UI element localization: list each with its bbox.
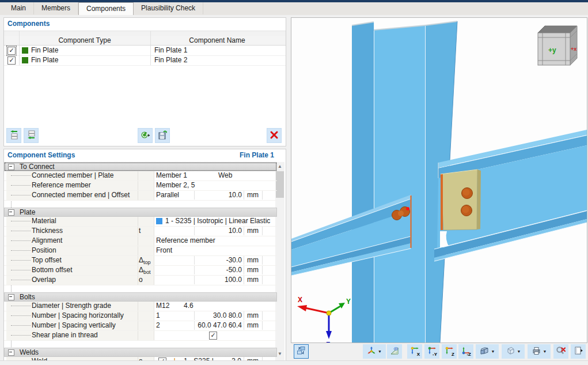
property-value[interactable]: Reference member [156, 236, 215, 245]
navigation-cube[interactable]: +y +x [538, 26, 577, 65]
property-row[interactable]: Shear plane in thread✓ [4, 331, 277, 341]
property-row[interactable]: Number | Spacing vertically260.0 47.0 60… [4, 321, 277, 331]
section-header-welds[interactable]: Welds [4, 348, 277, 357]
property-number[interactable]: 10.0 [194, 191, 242, 200]
tab-plausibility-check[interactable]: Plausibility Check [134, 2, 203, 14]
collapse-toggle-icon[interactable] [8, 209, 14, 216]
property-value-2[interactable]: Web [218, 171, 232, 180]
collapse-toggle-icon[interactable] [8, 294, 14, 300]
view-axis-label: Z [452, 352, 454, 357]
tab-members[interactable]: Members [34, 2, 78, 14]
component-type: Fin Plate [31, 46, 58, 54]
panel-toggle-icon [574, 346, 583, 357]
zoom-cancel-button[interactable] [553, 344, 568, 359]
property-row[interactable]: PositionFront [4, 246, 277, 256]
property-value[interactable]: Front [156, 246, 172, 255]
delete-component-button[interactable] [267, 128, 282, 143]
property-row[interactable]: Material1 - S235 | Isotropic | Linear El… [4, 217, 277, 227]
property-number[interactable]: -30.0 [194, 256, 242, 265]
add-subcomponent-icon [26, 130, 36, 142]
property-value[interactable]: Parallel [156, 191, 179, 200]
display-mode-button[interactable]: ▼ [476, 344, 499, 359]
dropdown-caret-icon[interactable]: ▼ [517, 349, 521, 353]
section-header-to-connect[interactable]: To Connect [4, 162, 277, 171]
cube-face-label-front: +y [548, 46, 556, 54]
property-value[interactable]: Member 2, 5 [156, 181, 195, 190]
component-row[interactable]: ✓Fin PlateFin Plate 1 [4, 46, 286, 56]
tree-stub [11, 231, 31, 231]
column-header-name[interactable]: Component Name [150, 36, 284, 44]
property-value[interactable]: 2 [156, 321, 160, 330]
save-components-icon [157, 130, 168, 142]
wireframe-mode-icon [506, 346, 515, 357]
save-components-button[interactable] [155, 128, 170, 143]
property-value-2[interactable]: 4.6 [184, 302, 194, 310]
property-number[interactable]: 10.0 [194, 227, 242, 235]
dropdown-caret-icon[interactable]: ▼ [378, 349, 382, 353]
add-component-button[interactable] [6, 128, 21, 143]
property-label: Diameter | Strength grade [32, 302, 111, 310]
axis-label-z: Z [326, 341, 330, 343]
section-header-bolts[interactable]: Bolts [4, 292, 277, 302]
view-minus-z-button[interactable]: -Z [458, 344, 473, 359]
column-header-type[interactable]: Component Type [19, 36, 150, 44]
section-gap [4, 285, 277, 292]
collapse-toggle-icon[interactable] [8, 349, 14, 356]
label-background [6, 227, 154, 236]
property-value[interactable]: 1 - S235 | Isotropic | Linear Elastic [165, 217, 270, 225]
wireframe-mode-button[interactable]: ▼ [502, 344, 525, 359]
property-row[interactable]: Thicknesst10.0mm [4, 227, 277, 236]
view-z-button[interactable]: Z [442, 344, 457, 359]
tab-main[interactable]: Main [3, 2, 34, 14]
component-checkbox[interactable]: ✓ [7, 57, 16, 65]
perspective-view-button[interactable] [387, 344, 402, 359]
import-components-button[interactable] [138, 128, 153, 143]
property-number[interactable]: 30.0 80.0 [194, 311, 242, 320]
property-row[interactable]: Connected member end | OffsetParallel10.… [4, 191, 277, 201]
pan-3d-mode-button[interactable] [294, 344, 309, 359]
property-number[interactable]: 100.0 [194, 276, 242, 284]
section-header-plate[interactable]: Plate [4, 208, 277, 217]
delete-component-icon [269, 130, 279, 142]
view-x-button[interactable]: X [407, 344, 422, 359]
property-row[interactable]: Connected member | PlateMember 1Web [4, 171, 277, 181]
property-row[interactable]: AlignmentReference member [4, 236, 277, 246]
property-checkbox[interactable]: ✓ [209, 332, 217, 340]
property-unit: mm [244, 227, 263, 235]
view-minus-y-button[interactable]: -Y [424, 344, 439, 359]
property-row[interactable]: Top offsetΔtop-30.0mm [4, 256, 277, 266]
property-row[interactable]: Bottom offsetΔbot-50.0mm [4, 266, 277, 276]
property-value[interactable]: 1 [156, 311, 160, 320]
add-subcomponent-button[interactable] [24, 128, 39, 143]
property-row[interactable]: Diameter | Strength gradeM124.6 [4, 302, 277, 311]
dropdown-caret-icon[interactable]: ▼ [543, 349, 547, 353]
property-label: Reference member [32, 181, 91, 190]
isometric-view-icon [367, 346, 376, 357]
viewport-toolbar: ▼X-YZ-Z▼▼▼ [291, 343, 588, 360]
node-marker [406, 207, 409, 210]
component-row[interactable]: ✓Fin PlateFin Plate 2 [4, 55, 286, 66]
property-number[interactable]: -50.0 [194, 266, 242, 274]
scene-3d: +y +x X Y Z [291, 18, 587, 343]
viewport-3d[interactable]: +y +x X Y Z [291, 17, 587, 343]
property-value[interactable]: Member 1 [156, 171, 187, 180]
cube-face-label-right: +x [571, 46, 576, 52]
print-icon [532, 346, 541, 357]
property-value[interactable]: M12 [156, 302, 169, 310]
label-background [6, 276, 154, 285]
property-row[interactable]: Reference memberMember 2, 5 [4, 181, 277, 191]
scrollbar-thumb[interactable] [276, 171, 284, 198]
property-row[interactable]: Number | Spacing horizontally130.0 80.0m… [4, 311, 277, 321]
property-row[interactable]: Overlapo100.0mm [4, 276, 277, 285]
tab-components[interactable]: Components [78, 2, 134, 15]
property-number[interactable]: 60.0 47.0 60.4 [194, 321, 242, 330]
perspective-view-icon [390, 346, 400, 357]
dropdown-caret-icon[interactable]: ▼ [491, 349, 495, 353]
tree-stub [11, 250, 31, 251]
panel-toggle-button[interactable] [571, 344, 586, 359]
isometric-view-button[interactable]: ▼ [363, 344, 386, 359]
print-button[interactable]: ▼ [528, 344, 551, 359]
component-checkbox[interactable]: ✓ [7, 47, 16, 55]
collapse-toggle-icon[interactable] [8, 164, 14, 170]
property-symbol: o [139, 276, 143, 284]
